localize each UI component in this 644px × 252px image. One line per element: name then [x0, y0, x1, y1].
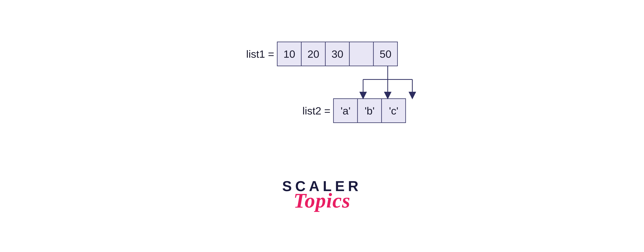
list1-cell-4: 50 — [373, 42, 398, 66]
list1-cells: 10 20 30 50 — [277, 42, 398, 66]
list2-cell-1: 'b' — [357, 98, 382, 123]
logo-topics-text: Topics — [282, 189, 362, 213]
diagram-container: list1 = 10 20 30 50 list2 = 'a' 'b' 'c' — [238, 42, 406, 123]
list2-cells: 'a' 'b' 'c' — [333, 98, 406, 123]
list2-cell-0: 'a' — [333, 98, 358, 123]
list2-label: list2 = — [302, 105, 330, 117]
list2-row: list2 = 'a' 'b' 'c' — [302, 98, 406, 123]
list1-cell-1: 20 — [301, 42, 326, 66]
list1-row: list1 = 10 20 30 50 — [246, 42, 398, 66]
list2-cell-2: 'c' — [381, 98, 406, 123]
list1-cell-3 — [349, 42, 374, 66]
list1-label: list1 = — [246, 48, 274, 60]
list1-cell-0: 10 — [277, 42, 302, 66]
scaler-topics-logo: SCALER Topics — [282, 178, 362, 213]
list1-cell-2: 30 — [325, 42, 350, 66]
